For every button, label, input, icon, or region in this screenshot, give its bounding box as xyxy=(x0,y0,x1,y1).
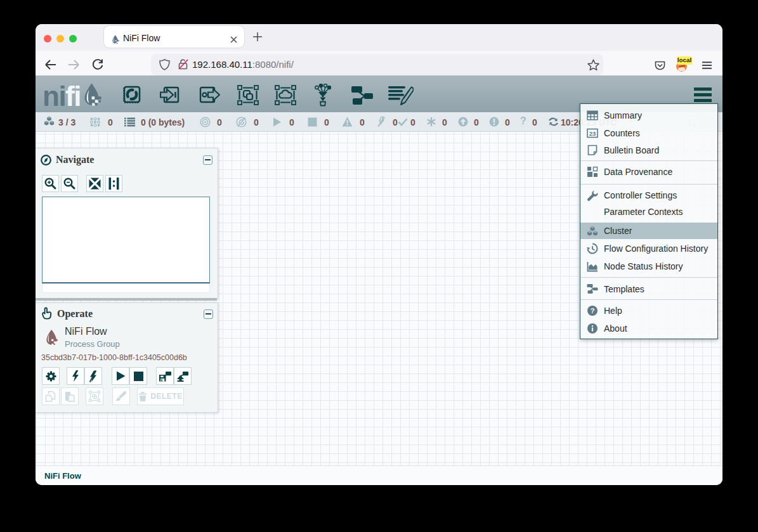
svg-text:23: 23 xyxy=(589,130,596,137)
svg-text:?: ? xyxy=(591,307,595,315)
